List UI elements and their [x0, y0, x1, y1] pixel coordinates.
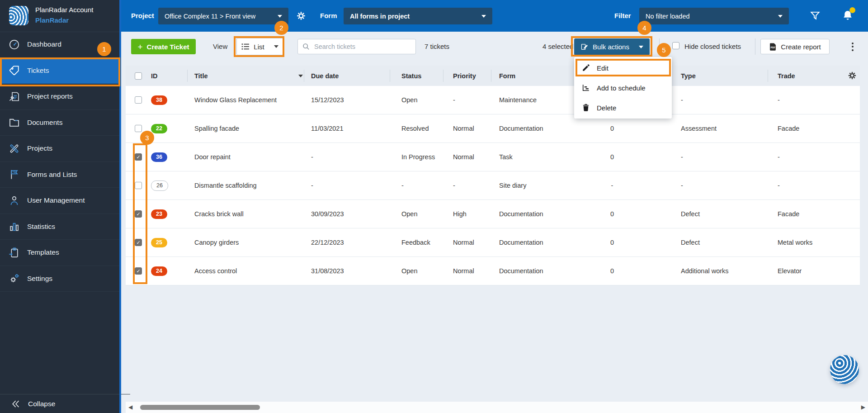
ticket-id-cell: 38 [151, 86, 167, 114]
table-row[interactable]: ✓36Door repaint-In ProgressNormalTask0-- [126, 143, 860, 171]
sidebar-item-tickets[interactable]: Tickets [0, 58, 119, 84]
filter-selector[interactable]: No filter loaded [639, 8, 789, 24]
ticket-id-cell: 22 [151, 114, 167, 142]
column-header-trade[interactable]: Trade [778, 66, 795, 86]
row-checkbox[interactable] [135, 96, 142, 104]
cell-status: - [401, 171, 404, 199]
cell-due: - [311, 171, 313, 199]
row-checkbox[interactable]: ✓ [135, 267, 142, 275]
table-settings-gear-icon[interactable] [847, 71, 857, 81]
table-body: 38Window Glass Replacement15/12/2023Open… [126, 86, 860, 285]
scrollbar-thumb[interactable] [140, 405, 260, 410]
cell-trade: Elevator [778, 257, 802, 285]
column-header-title[interactable]: Title [194, 66, 208, 86]
ticket-id-badge: 26 [151, 180, 168, 191]
scroll-right-arrow[interactable]: ▶ [861, 404, 865, 410]
row-checkbox[interactable]: ✓ [135, 239, 142, 246]
cell-trade: Facade [778, 200, 799, 228]
table-row[interactable]: ✓25Canopy girders22/12/2023FeedbackNorma… [126, 228, 860, 257]
cell-title: Window Glass Replacement [194, 86, 277, 114]
cell-form: Site diary [499, 171, 526, 199]
column-header-type[interactable]: Type [681, 66, 696, 86]
plus-icon: + [137, 43, 142, 51]
cell-count: 0 [603, 257, 621, 285]
row-checkbox[interactable]: ✓ [135, 153, 142, 161]
menu-item-add-to-schedule[interactable]: Add to schedule [574, 78, 672, 98]
sidebar-item-projects[interactable]: Projects [0, 136, 119, 162]
more-options-kebab-icon[interactable] [848, 39, 857, 54]
row-checkbox[interactable] [135, 125, 142, 132]
cell-title: Cracks brick wall [194, 200, 244, 228]
cell-type: Additional works [681, 257, 729, 285]
table-row[interactable]: 22Spalling facade11/03/2021ResolvedNorma… [126, 114, 860, 143]
account-header[interactable]: PlanRadar Account PlanRadar [0, 0, 121, 32]
sidebar-item-templates[interactable]: Templates [0, 240, 119, 266]
project-selector[interactable]: Office Complex 11 > Front view [158, 8, 288, 24]
column-header-form[interactable]: Form [499, 66, 515, 86]
create-report-button[interactable]: PDF Create report [760, 39, 830, 54]
sidebar-item-project-reports[interactable]: Project reports [0, 84, 119, 110]
table-row[interactable]: 38Window Glass Replacement15/12/2023Open… [126, 86, 860, 114]
collapse-label: Collapse [28, 400, 55, 408]
bulk-actions-button[interactable]: Bulk actions [574, 38, 650, 55]
cell-trade: Facade [778, 114, 799, 142]
list-view-icon [241, 43, 250, 50]
sidebar-scrollbar[interactable] [119, 0, 121, 413]
table-row[interactable]: ✓23Cracks brick wall30/09/2023OpenHighDo… [126, 200, 860, 228]
sidebar-item-settings[interactable]: Settings [0, 266, 119, 292]
project-selector-value: Office Complex 11 > Front view [165, 13, 272, 20]
table-row[interactable]: 26Dismantle scaffolding---Site diary--- [126, 171, 860, 200]
form-label: Form [320, 12, 337, 19]
sidebar-collapse-button[interactable]: Collapse [0, 394, 130, 413]
filter-funnel-icon[interactable] [809, 10, 821, 22]
hide-closed-checkbox[interactable] [672, 42, 679, 49]
pencil-icon [582, 64, 590, 72]
notification-dot [849, 7, 855, 13]
cell-count: 0 [603, 228, 621, 256]
chevron-down-icon [278, 15, 282, 18]
scroll-left-arrow[interactable]: ◀ [128, 404, 132, 410]
row-checkbox[interactable] [135, 182, 142, 189]
search-input[interactable] [313, 43, 411, 51]
sidebar-item-statistics[interactable]: Statistics [0, 214, 119, 240]
table-row[interactable]: ✓24Access control31/08/2023OpenNormalDoc… [126, 257, 860, 285]
horizontal-scrollbar[interactable]: ◀ ▶ [126, 402, 868, 413]
ticket-id-cell: 23 [151, 200, 167, 228]
project-reports-icon [8, 90, 20, 103]
collapse-chevrons-icon [11, 399, 21, 409]
chevron-down-icon [778, 15, 783, 18]
form-selector[interactable]: All forms in project [344, 8, 492, 24]
sidebar-item-label: User Management [27, 196, 85, 204]
table-header: ID Title Due date Status Priority Form T… [126, 66, 860, 86]
sidebar-item-dashboard[interactable]: Dashboard [0, 32, 119, 58]
notifications-bell[interactable] [842, 9, 854, 22]
row-checkbox[interactable]: ✓ [135, 210, 142, 218]
cell-count: 0 [603, 114, 621, 142]
sidebar-item-user-management[interactable]: User Management [0, 188, 119, 214]
column-header-due-date[interactable]: Due date [311, 66, 339, 86]
sidebar-item-forms-and-lists[interactable]: Forms and Lists [0, 162, 119, 188]
sidebar-item-documents[interactable]: Documents [0, 110, 119, 136]
column-divider [187, 70, 188, 82]
tickets-count: 7 tickets [425, 43, 449, 50]
select-all-checkbox[interactable] [135, 72, 142, 80]
create-ticket-button[interactable]: + Create Ticket [131, 39, 196, 54]
sort-arrow-icon[interactable] [298, 75, 303, 77]
cell-status: In Progress [401, 143, 435, 171]
cell-status: Feedback [401, 228, 430, 256]
bulk-actions-menu: Edit Add to schedule Delete [574, 57, 672, 119]
menu-item-delete[interactable]: Delete [574, 98, 672, 118]
planradar-app: PlanRadar Account PlanRadar Dashboard Ti… [0, 0, 868, 413]
column-header-status[interactable]: Status [401, 66, 421, 86]
view-mode-button[interactable]: List [236, 38, 283, 55]
cell-title: Canopy girders [194, 228, 239, 256]
ticket-id-cell: 25 [151, 228, 167, 256]
column-header-id[interactable]: ID [151, 66, 158, 86]
row-checkbox-cell: ✓ [135, 200, 142, 228]
chevron-down-icon [481, 15, 486, 18]
cell-priority: - [453, 171, 455, 199]
project-settings-gear-icon[interactable] [296, 10, 307, 21]
cell-type: Assessment [681, 114, 717, 142]
column-header-priority[interactable]: Priority [453, 66, 476, 86]
menu-item-edit[interactable]: Edit [574, 58, 672, 78]
